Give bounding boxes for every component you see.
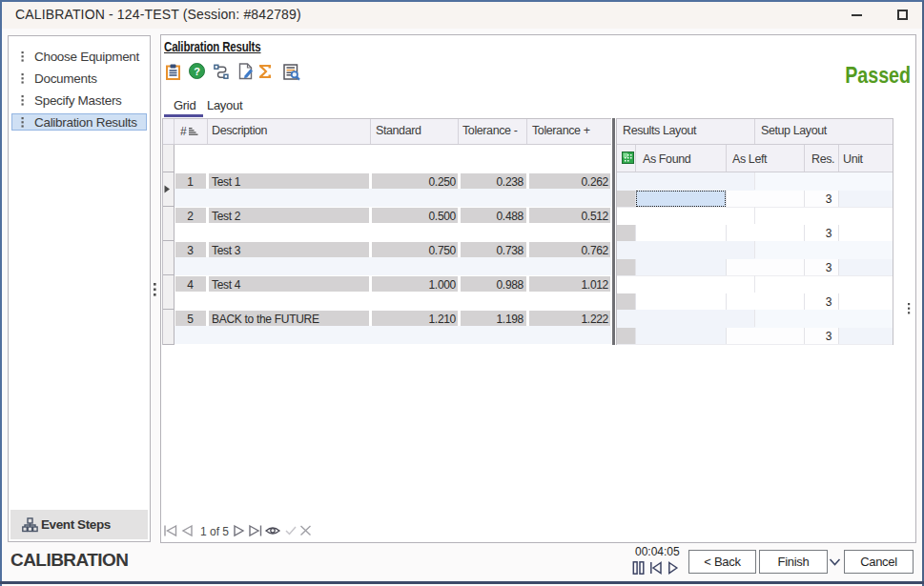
svg-text:?: ? (194, 66, 200, 77)
